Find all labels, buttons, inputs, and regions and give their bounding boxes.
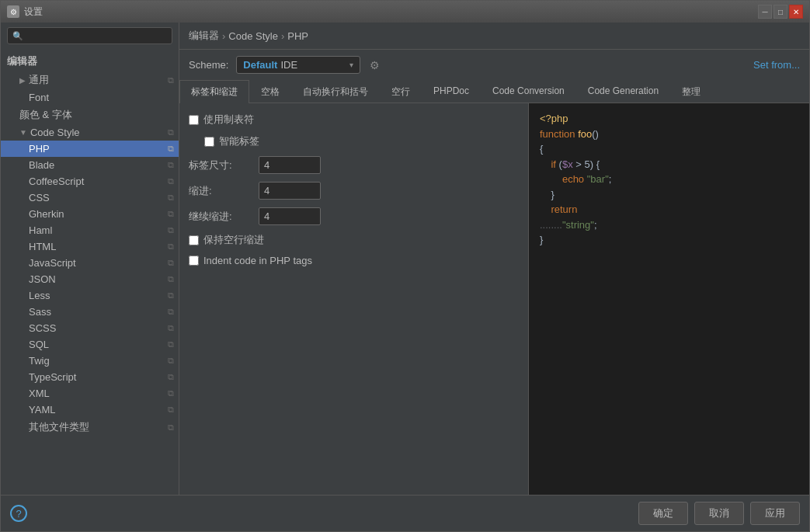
tab-wrap-braces[interactable]: 自动换行和括号 [291, 80, 380, 103]
sidebar-item-label: CSS [29, 192, 50, 203]
code-line-6: } [540, 187, 798, 203]
sidebar-item-code-style[interactable]: ▼ Code Style ⧉ [1, 124, 179, 141]
smart-tabs-label[interactable]: 智能标签 [219, 134, 259, 148]
cancel-button[interactable]: 取消 [694, 502, 744, 525]
tab-phpdoc[interactable]: PHPDoc [422, 80, 481, 103]
sidebar-item-label: Less [29, 290, 50, 301]
copy-icon: ⧉ [168, 388, 174, 398]
help-button[interactable]: ? [10, 505, 27, 522]
sidebar-item-other[interactable]: 其他文件类型 ⧉ [1, 418, 179, 436]
copy-icon: ⧉ [168, 242, 174, 252]
use-tab-char-row: 使用制表符 [189, 113, 519, 127]
code-line-3: { [540, 141, 798, 157]
copy-icon: ⧉ [168, 372, 174, 382]
sidebar-item-json[interactable]: JSON ⧉ [1, 271, 179, 287]
settings-panel: 使用制表符 智能标签 标签尺寸: 缩进: [179, 103, 529, 495]
sidebar-item-html[interactable]: HTML ⧉ [1, 238, 179, 255]
sidebar-item-scss[interactable]: SCSS ⧉ [1, 320, 179, 336]
sidebar: 🔍 编辑器 ▶ 通用 ⧉ Font [1, 23, 179, 495]
copy-icon: ⧉ [168, 193, 174, 203]
scheme-select[interactable]: Default IDE ▾ [236, 56, 360, 74]
scheme-type: IDE [280, 59, 297, 71]
cont-indent-input[interactable] [259, 207, 321, 225]
sidebar-item-typescript[interactable]: TypeScript ⧉ [1, 369, 179, 385]
tab-size-row: 标签尺寸: [189, 156, 519, 174]
search-input[interactable] [26, 30, 167, 41]
sidebar-item-coffeescript[interactable]: CoffeeScript ⧉ [1, 173, 179, 190]
code-preview: <?php function foo() { if ($x > 5) { ech… [529, 103, 809, 495]
smart-tabs-checkbox[interactable] [204, 137, 214, 147]
tab-arrange[interactable]: 整理 [670, 80, 712, 103]
sidebar-item-label: Code Style [30, 127, 80, 138]
scheme-row: Scheme: Default IDE ▾ ⚙ Set from... [179, 50, 809, 80]
keep-blank-lines-checkbox[interactable] [189, 235, 199, 245]
minimize-button[interactable]: ─ [758, 5, 772, 19]
sidebar-item-xml[interactable]: XML ⧉ [1, 385, 179, 402]
sidebar-item-general[interactable]: ▶ 通用 ⧉ [1, 71, 179, 89]
indent-php-tags-checkbox[interactable] [189, 256, 199, 266]
main-area: 🔍 编辑器 ▶ 通用 ⧉ Font [1, 23, 809, 495]
sidebar-item-blade[interactable]: Blade ⧉ [1, 157, 179, 173]
maximize-button[interactable]: □ [773, 5, 787, 19]
copy-icon: ⧉ [168, 160, 174, 170]
sidebar-item-less[interactable]: Less ⧉ [1, 287, 179, 304]
search-icon: 🔍 [12, 31, 23, 41]
indent-row: 缩进: [189, 182, 519, 200]
sidebar-item-php[interactable]: PHP ⧉ [1, 141, 179, 157]
sidebar-item-haml[interactable]: Haml ⧉ [1, 222, 179, 238]
sidebar-item-yaml[interactable]: YAML ⧉ [1, 402, 179, 418]
copy-icon: ⧉ [168, 209, 174, 219]
tabs-bar: 标签和缩进 空格 自动换行和括号 空行 PHPDoc Code Conversi… [179, 80, 809, 103]
tab-spaces[interactable]: 空格 [249, 80, 291, 103]
copy-icon: ⧉ [168, 323, 174, 333]
keep-blank-lines-label[interactable]: 保持空行缩进 [203, 233, 264, 247]
sidebar-tree: 编辑器 ▶ 通用 ⧉ Font 颜色 & 字体 ▼ [1, 49, 179, 495]
ok-button[interactable]: 确定 [638, 502, 688, 525]
breadcrumb: 编辑器 › Code Style › PHP [179, 23, 809, 50]
sidebar-item-twig[interactable]: Twig ⧉ [1, 353, 179, 369]
close-button[interactable]: ✕ [789, 5, 803, 19]
use-tab-char-label[interactable]: 使用制表符 [203, 113, 254, 127]
sidebar-item-sql[interactable]: SQL ⧉ [1, 336, 179, 353]
code-line-7: return [540, 202, 798, 217]
gear-button[interactable]: ⚙ [368, 57, 381, 73]
set-from-link[interactable]: Set from... [753, 59, 800, 71]
indent-label: 缩进: [189, 184, 251, 198]
copy-icon: ⧉ [168, 144, 174, 154]
indent-input[interactable] [259, 182, 321, 200]
breadcrumb-php: PHP [287, 30, 308, 42]
indent-php-tags-row: Indent code in PHP tags [189, 255, 519, 266]
sidebar-item-sass[interactable]: Sass ⧉ [1, 304, 179, 320]
smart-tabs-row: 智能标签 [189, 134, 519, 148]
sidebar-item-label: SQL [29, 339, 49, 350]
sidebar-item-css[interactable]: CSS ⧉ [1, 190, 179, 206]
sidebar-item-label: Twig [29, 355, 50, 367]
indent-php-tags-label[interactable]: Indent code in PHP tags [203, 255, 312, 266]
title-bar: ⚙ 设置 ─ □ ✕ [1, 1, 809, 23]
tab-code-generation[interactable]: Code Generation [576, 80, 670, 103]
tab-size-input[interactable] [259, 156, 321, 174]
sep-1: › [222, 30, 225, 42]
tab-code-conversion[interactable]: Code Conversion [481, 80, 576, 103]
sidebar-item-label: JSON [29, 273, 56, 285]
apply-button[interactable]: 应用 [750, 502, 800, 525]
sep-2: › [281, 30, 284, 42]
breadcrumb-code-style: Code Style [228, 30, 278, 42]
app-icon: ⚙ [7, 5, 19, 18]
use-tab-char-checkbox[interactable] [189, 115, 199, 125]
sidebar-item-color-font[interactable]: 颜色 & 字体 [1, 106, 179, 124]
tab-blank-lines[interactable]: 空行 [380, 80, 422, 103]
dropdown-arrow-icon: ▾ [349, 61, 353, 69]
sidebar-item-gherkin[interactable]: Gherkin ⧉ [1, 206, 179, 222]
keep-blank-lines-row: 保持空行缩进 [189, 233, 519, 247]
sidebar-item-label: CoffeeScript [29, 176, 84, 187]
sidebar-section-editor: 编辑器 [1, 52, 179, 71]
sidebar-item-label: 通用 [29, 73, 49, 87]
sidebar-item-label: Gherkin [29, 208, 64, 220]
scheme-label: Scheme: [189, 59, 228, 71]
tab-tabs-indent[interactable]: 标签和缩进 [179, 80, 249, 103]
search-box[interactable]: 🔍 [7, 27, 172, 44]
sidebar-item-font[interactable]: Font [1, 89, 179, 106]
sidebar-item-javascript[interactable]: JavaScript ⧉ [1, 255, 179, 271]
tab-size-label: 标签尺寸: [189, 158, 251, 172]
